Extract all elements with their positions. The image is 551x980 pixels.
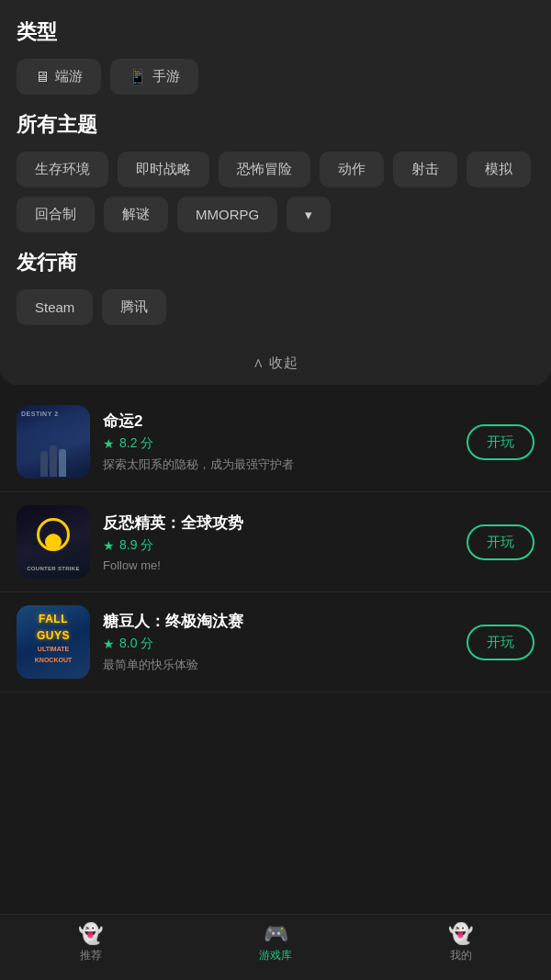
game-info-destiny2: 命运2 ★ 8.2 分 探索太阳系的隐秘，成为最强守护者	[103, 411, 454, 473]
play-btn-csgo[interactable]: 开玩	[467, 524, 534, 560]
game-name-csgo: 反恐精英：全球攻势	[103, 513, 454, 534]
game-name-fallguys: 糖豆人：终极淘汰赛	[103, 611, 454, 632]
publisher-btn-group: Steam 腾讯	[17, 289, 534, 325]
fig2	[50, 445, 57, 477]
game-thumb-destiny2[interactable]	[17, 405, 90, 479]
nav-item-mine[interactable]: 👻 我的	[448, 924, 473, 963]
publisher-btn-steam[interactable]: Steam	[17, 289, 93, 325]
game-thumb-fallguys[interactable]: FALL GUYS ULTIMATE KNOCKOUT	[17, 605, 90, 679]
filter-panel: 类型 🖥 端游 📱 手游 所有主题 生存环境 即时战略 恐怖冒险 动作 射击 模…	[0, 0, 551, 385]
publisher-btn-tencent[interactable]: 腾讯	[102, 289, 166, 325]
recommend-icon: 👻	[78, 924, 103, 944]
fg-text-ultimate: ULTIMATE	[38, 646, 69, 652]
csgo-logo-outer	[37, 518, 70, 551]
fg-text-fall: FALL	[39, 613, 68, 625]
play-btn-fallguys[interactable]: 开玩	[467, 625, 534, 660]
theme-btn-0[interactable]: 生存环境	[17, 152, 108, 187]
theme-btn-7[interactable]: 解谜	[104, 197, 168, 232]
section-theme-title: 所有主题	[17, 111, 534, 139]
star-icon-fallguys: ★	[103, 636, 115, 651]
nav-label-mine: 我的	[450, 948, 472, 963]
theme-btn-5[interactable]: 模拟	[467, 152, 531, 187]
section-publisher-title: 发行商	[17, 249, 534, 276]
theme-btn-group: 生存环境 即时战略 恐怖冒险 动作 射击 模拟 回合制 解谜 MMORPG ▾	[17, 152, 534, 232]
game-thumb-csgo[interactable]: COUNTER STRIKE	[17, 505, 90, 579]
mine-icon: 👻	[448, 924, 473, 944]
theme-btn-6[interactable]: 回合制	[17, 197, 95, 232]
play-btn-destiny2[interactable]: 开玩	[467, 424, 534, 460]
fig1	[40, 451, 48, 477]
type-btn-mobile[interactable]: 📱 手游	[110, 59, 198, 95]
game-item-csgo: COUNTER STRIKE 反恐精英：全球攻势 ★ 8.9 分 Follow …	[0, 492, 551, 592]
game-rating-csgo: ★ 8.9 分	[103, 537, 454, 554]
game-list: 命运2 ★ 8.2 分 探索太阳系的隐秘，成为最强守护者 开玩 COUNTER …	[0, 385, 551, 766]
theme-btn-more[interactable]: ▾	[287, 197, 331, 232]
theme-btn-4[interactable]: 射击	[393, 152, 457, 187]
game-rating-fallguys: ★ 8.0 分	[103, 636, 454, 652]
library-icon: 🎮	[264, 924, 288, 944]
game-info-fallguys: 糖豆人：终极淘汰赛 ★ 8.0 分 最简单的快乐体验	[103, 611, 454, 673]
type-btn-desktop[interactable]: 🖥 端游	[17, 59, 101, 95]
game-info-csgo: 反恐精英：全球攻势 ★ 8.9 分 Follow me!	[103, 513, 454, 572]
game-rating-destiny2: ★ 8.2 分	[103, 435, 454, 452]
fg-text-knockout: KNOCKOUT	[35, 657, 72, 663]
game-desc-destiny2: 探索太阳系的隐秘，成为最强守护者	[103, 456, 454, 473]
nav-item-library[interactable]: 🎮 游戏库	[259, 924, 292, 963]
theme-btn-1[interactable]: 即时战略	[118, 152, 209, 187]
theme-btn-3[interactable]: 动作	[320, 152, 384, 187]
section-type-title: 类型	[17, 18, 534, 46]
nav-label-library: 游戏库	[259, 948, 292, 963]
type-btn-group: 🖥 端游 📱 手游	[17, 59, 534, 95]
desktop-icon: 🖥	[35, 69, 50, 85]
theme-btn-8[interactable]: MMORPG	[177, 197, 277, 232]
csgo-text: COUNTER STRIKE	[27, 566, 80, 571]
game-item-fallguys: FALL GUYS ULTIMATE KNOCKOUT 糖豆人：终极淘汰赛 ★ …	[0, 592, 551, 693]
fg-text-guys: GUYS	[37, 629, 70, 642]
bottom-nav: 👻 推荐 🎮 游戏库 👻 我的	[0, 914, 551, 980]
star-icon-destiny2: ★	[103, 436, 115, 451]
game-desc-fallguys: 最简单的快乐体验	[103, 657, 454, 673]
nav-item-recommend[interactable]: 👻 推荐	[78, 924, 103, 963]
fig3	[59, 449, 66, 477]
theme-btn-2[interactable]: 恐怖冒险	[219, 152, 310, 187]
nav-label-recommend: 推荐	[80, 948, 102, 963]
game-item-destiny2: 命运2 ★ 8.2 分 探索太阳系的隐秘，成为最强守护者 开玩	[0, 392, 551, 492]
destiny-figures	[17, 433, 90, 479]
collapse-bar[interactable]: ∧ 收起	[17, 342, 534, 385]
mobile-icon: 📱	[129, 68, 147, 85]
game-name-destiny2: 命运2	[103, 411, 454, 432]
game-desc-csgo: Follow me!	[103, 558, 454, 572]
star-icon-csgo: ★	[103, 538, 115, 553]
